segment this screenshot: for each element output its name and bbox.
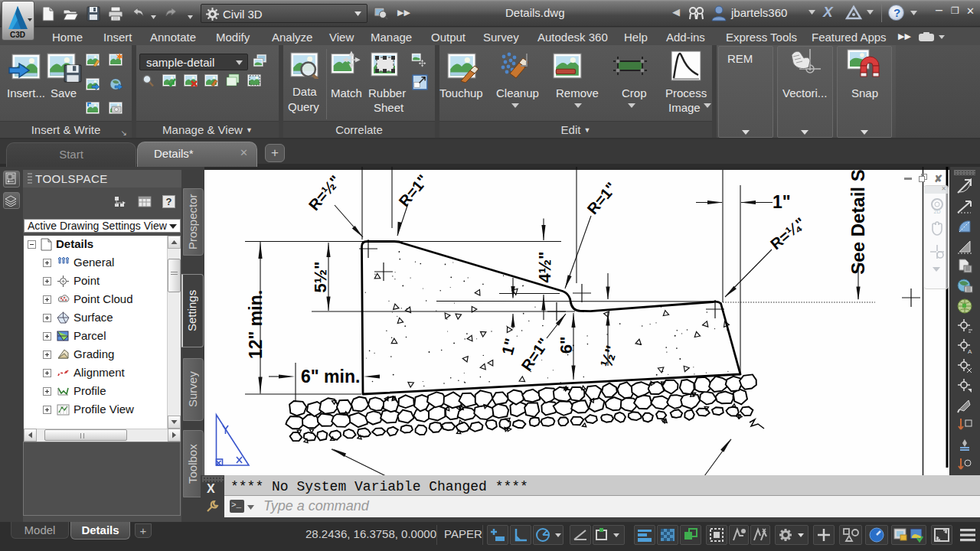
svg-text:6" min.: 6" min. bbox=[301, 367, 360, 386]
svg-text:4½": 4½" bbox=[535, 251, 554, 282]
svg-text:5½": 5½" bbox=[311, 261, 330, 292]
svg-text:C3D: C3D bbox=[10, 31, 25, 39]
svg-text:12" min.: 12" min. bbox=[246, 290, 266, 359]
svg-text:2D: 2D bbox=[934, 209, 941, 214]
svg-text:1": 1" bbox=[773, 192, 791, 212]
svg-text:See Detail S: See Detail S bbox=[848, 169, 868, 274]
svg-text:A: A bbox=[968, 348, 972, 354]
